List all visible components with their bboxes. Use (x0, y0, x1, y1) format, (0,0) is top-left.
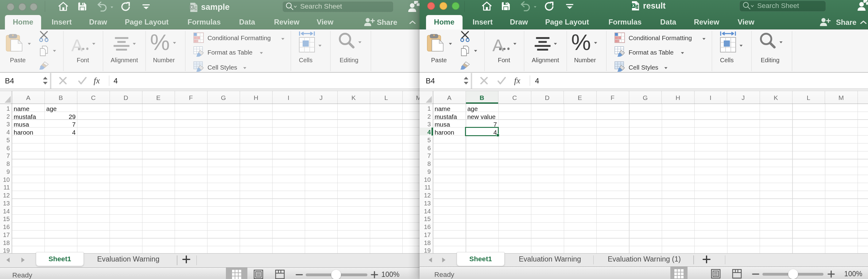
svg-text:X: X (632, 4, 634, 8)
